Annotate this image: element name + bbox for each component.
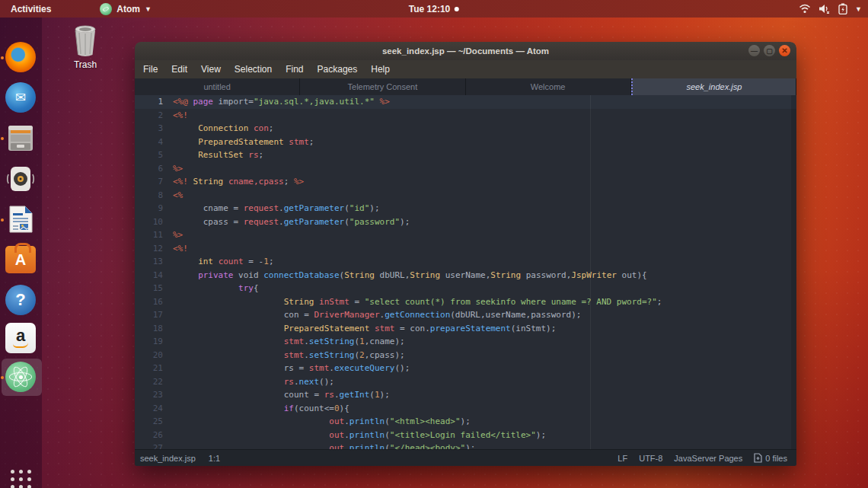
code-line-11: 11%> (135, 228, 796, 242)
code-line-6: 6%> (135, 162, 796, 176)
menu-find[interactable]: Find (279, 61, 310, 78)
code-line-26: 26 out.println("<title>Login failed</tit… (135, 429, 796, 442)
dock-item-firefox[interactable] (5, 42, 37, 73)
atom-icon (5, 362, 36, 392)
code-line-3: 3 Connection con; (135, 122, 796, 136)
files-icon (5, 123, 36, 153)
app-menu[interactable]: Atom ▼ (100, 3, 152, 15)
firefox-icon (5, 42, 36, 72)
menu-selection[interactable]: Selection (228, 61, 279, 78)
line-number: 26 (135, 429, 173, 442)
line-number: 23 (135, 388, 173, 402)
running-indicator (1, 376, 4, 379)
code-line-24: 24 if(count<=0){ (135, 402, 796, 416)
status-file-name[interactable]: seek_index.jsp (140, 454, 196, 463)
code-line-17: 17 con = DriverManager.getConnection(dbU… (135, 308, 796, 322)
code-line-14: 14 private void connectDatabase(String d… (135, 269, 796, 282)
status-git[interactable]: 0 files (754, 453, 787, 463)
clock[interactable]: Tue 12:10 (409, 4, 459, 14)
code-line-1: 1<%@ page import="java.sql.*,java.util.*… (135, 95, 796, 109)
line-number: 12 (135, 242, 173, 256)
code-line-5: 5 ResultSet rs; (135, 148, 796, 162)
scrollbar[interactable] (791, 95, 796, 449)
code-line-9: 9 cname = request.getParameter("id"); (135, 202, 796, 215)
close-button[interactable]: ✕ (779, 45, 790, 56)
dock-item-thunderbird[interactable]: ✉ (5, 82, 37, 113)
show-applications-button[interactable] (5, 465, 37, 488)
menu-packages[interactable]: Packages (311, 61, 365, 78)
running-indicator (1, 218, 4, 222)
rhythmbox-icon (5, 164, 36, 194)
line-number: 6 (135, 162, 173, 176)
line-number: 14 (135, 269, 173, 282)
code-line-10: 10 cpass = request.getParameter("passwor… (135, 215, 796, 229)
line-number: 18 (135, 322, 173, 336)
code-line-7: 7<%! String cname,cpass; %> (135, 175, 796, 189)
code-line-16: 16 String inStmt = "select count(*) from… (135, 295, 796, 309)
maximize-button[interactable]: ▢ (764, 45, 775, 56)
line-number: 19 (135, 335, 173, 349)
line-number: 1 (135, 95, 173, 109)
line-number: 7 (135, 175, 173, 189)
code-line-13: 13 int count = -1; (135, 255, 796, 269)
running-indicator (1, 56, 4, 59)
trash-shortcut[interactable]: Trash (67, 25, 104, 70)
help-icon: ? (5, 285, 36, 315)
tab-welcome[interactable]: Welcome (466, 78, 631, 95)
menu-edit[interactable]: Edit (164, 61, 194, 78)
window-title-bar[interactable]: seek_index.jsp — ~/Documents — Atom — ▢ … (135, 42, 796, 60)
dock-item-ubuntu-software[interactable]: A (5, 244, 37, 276)
menu-view[interactable]: View (194, 61, 228, 78)
trash-icon (72, 25, 99, 57)
code-line-25: 25 out.println("<html><head>"); (135, 415, 796, 429)
code-line-19: 19 stmt.setString(1,cname); (135, 335, 796, 349)
line-number: 13 (135, 255, 173, 269)
code-line-22: 22 rs.next(); (135, 375, 796, 389)
code-line-8: 8<% (135, 189, 796, 203)
dock-item-libreoffice-writer[interactable] (5, 204, 37, 235)
dock-item-files[interactable] (5, 123, 37, 154)
dock: ✉ (0, 18, 42, 488)
tab-untitled[interactable]: untitled (135, 78, 300, 95)
menu-file[interactable]: File (136, 61, 164, 78)
clock-label: Tue 12:10 (409, 4, 450, 14)
dock-item-atom[interactable] (5, 362, 37, 393)
dock-item-amazon[interactable]: a (5, 323, 37, 354)
status-cursor-position[interactable]: 1:1 (209, 454, 220, 463)
line-number: 27 (135, 442, 173, 449)
line-number: 25 (135, 415, 173, 429)
dock-item-rhythmbox[interactable] (5, 164, 37, 195)
chevron-down-icon: ▼ (855, 5, 862, 13)
code-editor[interactable]: 1<%@ page import="java.sql.*,java.util.*… (135, 95, 796, 449)
system-tray[interactable]: ▼ (799, 0, 862, 18)
code-line-21: 21 rs = stmt.executeQuery(); (135, 362, 796, 375)
line-number: 2 (135, 109, 173, 123)
code-line-12: 12<%! (135, 242, 796, 256)
line-number: 8 (135, 189, 173, 203)
status-encoding[interactable]: UTF-8 (639, 454, 662, 463)
dock-item-help[interactable]: ? (5, 285, 37, 316)
tab-seek-index-jsp[interactable]: seek_index.jsp (631, 78, 796, 95)
window-controls: — ▢ ✕ (748, 45, 790, 56)
line-number: 24 (135, 402, 173, 416)
wifi-icon (799, 4, 811, 14)
amazon-icon: a (5, 323, 36, 353)
menu-help[interactable]: Help (364, 61, 397, 78)
minimize-button[interactable]: — (748, 45, 760, 56)
code-line-20: 20 stmt.setString(2,cpass); (135, 349, 796, 362)
window-title: seek_index.jsp — ~/Documents — Atom (382, 46, 549, 56)
code-line-27: 27 out.println("</head><body>"); (135, 442, 796, 449)
line-number: 15 (135, 282, 173, 295)
line-number: 10 (135, 215, 173, 229)
line-number: 11 (135, 228, 173, 242)
code-line-23: 23 count = rs.getInt(1); (135, 388, 796, 402)
top-bar: Activities Atom ▼ Tue 12:10 ▼ (0, 0, 868, 18)
line-number: 21 (135, 362, 173, 375)
status-bar: seek_index.jsp 1:1 LF UTF-8 JavaServer P… (135, 449, 796, 466)
line-number: 22 (135, 375, 173, 389)
activities-button[interactable]: Activities (0, 0, 62, 18)
ubuntu-software-icon: A (5, 246, 36, 273)
tab-telemetry-consent[interactable]: Telemetry Consent (300, 78, 465, 95)
status-grammar[interactable]: JavaServer Pages (674, 454, 742, 463)
status-line-ending[interactable]: LF (617, 454, 627, 463)
